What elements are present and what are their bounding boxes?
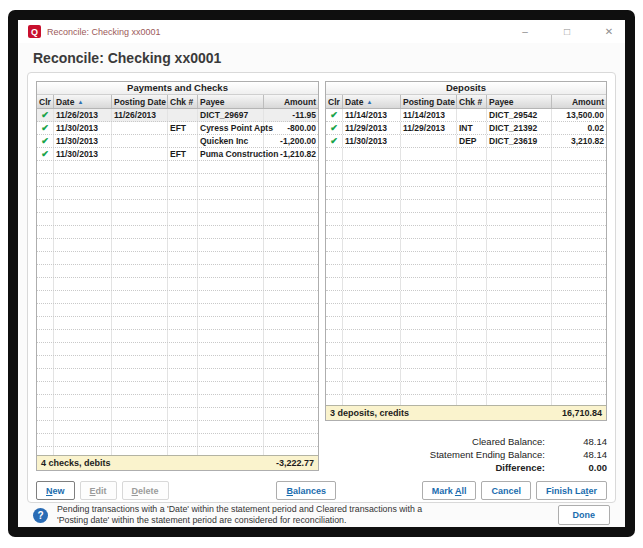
- payee-cell: [198, 317, 264, 329]
- chk-cell: [457, 265, 487, 277]
- balances-button[interactable]: Balances: [276, 481, 336, 500]
- date-cell: [343, 252, 401, 264]
- cleared-check-icon[interactable]: ✔: [326, 122, 343, 134]
- column-header-date[interactable]: Date ▲: [54, 95, 112, 108]
- maximize-button[interactable]: □: [561, 26, 573, 37]
- amount-cell: [552, 252, 606, 264]
- transaction-row[interactable]: ✔11/30/2013Quicken Inc-1,200.00: [37, 135, 318, 148]
- amount-cell: [264, 395, 318, 407]
- empty-row: [37, 421, 318, 434]
- posting-date-cell: [112, 434, 168, 446]
- transaction-row[interactable]: ✔11/14/201311/14/2013DICT_2954213,500.00: [326, 109, 606, 122]
- posting-date-cell: [112, 265, 168, 277]
- date-cell: [54, 174, 112, 186]
- date-cell: [54, 317, 112, 329]
- date-cell: [54, 200, 112, 212]
- transaction-row[interactable]: ✔11/30/2013EFTCyress Point Apts-800.00: [37, 122, 318, 135]
- cancel-button[interactable]: Cancel: [481, 481, 531, 500]
- posting-date-cell: [112, 213, 168, 225]
- date-cell: 11/30/2013: [54, 122, 112, 134]
- clr-cell: [326, 265, 343, 277]
- quicken-logo-icon: Q: [28, 25, 41, 38]
- amount-cell: -800.00: [264, 122, 318, 134]
- column-header-posting-date[interactable]: Posting Date: [401, 95, 457, 108]
- cleared-check-icon[interactable]: ✔: [37, 109, 54, 121]
- date-cell: 11/14/2013: [343, 109, 401, 121]
- cleared-check-icon[interactable]: ✔: [37, 122, 54, 134]
- chk-cell: [457, 239, 487, 251]
- transaction-row[interactable]: ✔11/29/201311/29/2013INTDICT_213920.02: [326, 122, 606, 135]
- edit-button[interactable]: Edit: [80, 481, 117, 500]
- cleared-check-icon[interactable]: ✔: [37, 148, 54, 160]
- amount-cell: [552, 382, 606, 394]
- delete-button[interactable]: Delete: [122, 481, 169, 500]
- column-header-payee[interactable]: Payee: [487, 95, 552, 108]
- difference-label: Difference:: [495, 462, 545, 473]
- column-header-amount[interactable]: Amount: [264, 95, 318, 108]
- clr-cell: [37, 421, 54, 433]
- column-header-chk[interactable]: Chk #: [168, 95, 198, 108]
- amount-cell: [264, 343, 318, 355]
- help-icon[interactable]: ?: [33, 508, 48, 523]
- close-button[interactable]: ✕: [603, 26, 615, 37]
- deposits-total-label: 3 deposits, credits: [330, 408, 409, 418]
- posting-date-cell: [401, 369, 457, 381]
- date-cell: [54, 395, 112, 407]
- column-header-clr[interactable]: Clr: [326, 95, 343, 108]
- chk-cell: [168, 278, 198, 290]
- amount-cell: [264, 213, 318, 225]
- payee-cell: [198, 356, 264, 368]
- payee-cell: [198, 239, 264, 251]
- column-header-chk[interactable]: Chk #: [457, 95, 487, 108]
- transaction-row[interactable]: ✔11/30/2013EFTPuma Construction-1,210.82: [37, 148, 318, 161]
- empty-row: [37, 382, 318, 395]
- reconcile-card: Payments and Checks Clr Date ▲ Posting D…: [27, 72, 616, 503]
- transaction-row[interactable]: ✔11/26/201311/26/2013DICT_29697-11.95: [37, 109, 318, 122]
- payee-cell: [487, 330, 552, 342]
- column-header-date[interactable]: Date ▲: [343, 95, 401, 108]
- done-button[interactable]: Done: [558, 505, 611, 525]
- posting-date-cell: [112, 421, 168, 433]
- new-button[interactable]: New: [36, 481, 75, 500]
- amount-cell: [264, 278, 318, 290]
- column-header-amount[interactable]: Amount: [552, 95, 606, 108]
- deposits-panel-title: Deposits: [326, 82, 606, 95]
- cleared-check-icon[interactable]: ✔: [326, 135, 343, 147]
- footer-note-line2: 'Posting date' within the statement peri…: [57, 515, 422, 526]
- date-cell: [54, 291, 112, 303]
- posting-date-cell: [401, 213, 457, 225]
- cleared-check-icon[interactable]: ✔: [326, 109, 343, 121]
- chk-cell: [457, 343, 487, 355]
- posting-date-cell: [401, 330, 457, 342]
- date-cell: [343, 226, 401, 238]
- transaction-row[interactable]: ✔11/30/2013DEPDICT_236193,210.82: [326, 135, 606, 148]
- payee-cell: Puma Construction: [198, 148, 264, 160]
- cleared-check-icon[interactable]: ✔: [37, 135, 54, 147]
- clr-cell: [37, 252, 54, 264]
- payee-cell: [198, 265, 264, 277]
- payee-cell: [487, 265, 552, 277]
- payee-cell: [198, 291, 264, 303]
- empty-row: [37, 213, 318, 226]
- date-cell: [343, 317, 401, 329]
- mark-all-button[interactable]: Mark All: [422, 481, 477, 500]
- payee-cell: [487, 304, 552, 316]
- finish-later-button[interactable]: Finish Later: [536, 481, 607, 500]
- clr-cell: [37, 434, 54, 446]
- column-header-clr[interactable]: Clr: [37, 95, 54, 108]
- payee-cell: [487, 213, 552, 225]
- column-header-payee[interactable]: Payee: [198, 95, 264, 108]
- minimize-button[interactable]: –: [519, 26, 531, 37]
- date-cell: [54, 369, 112, 381]
- payments-total-amount: -3,222.77: [276, 458, 314, 468]
- payee-cell: [487, 161, 552, 173]
- column-header-posting-date[interactable]: Posting Date: [112, 95, 168, 108]
- posting-date-cell: [112, 161, 168, 173]
- deposits-total-row: 3 deposits, credits 16,710.84: [326, 405, 606, 420]
- amount-cell: [264, 356, 318, 368]
- chk-cell: [457, 226, 487, 238]
- date-cell: [54, 382, 112, 394]
- footer-note-line1: Pending transactions with a 'Date' withi…: [57, 504, 422, 515]
- clr-cell: [37, 239, 54, 251]
- date-cell: 11/26/2013: [54, 109, 112, 121]
